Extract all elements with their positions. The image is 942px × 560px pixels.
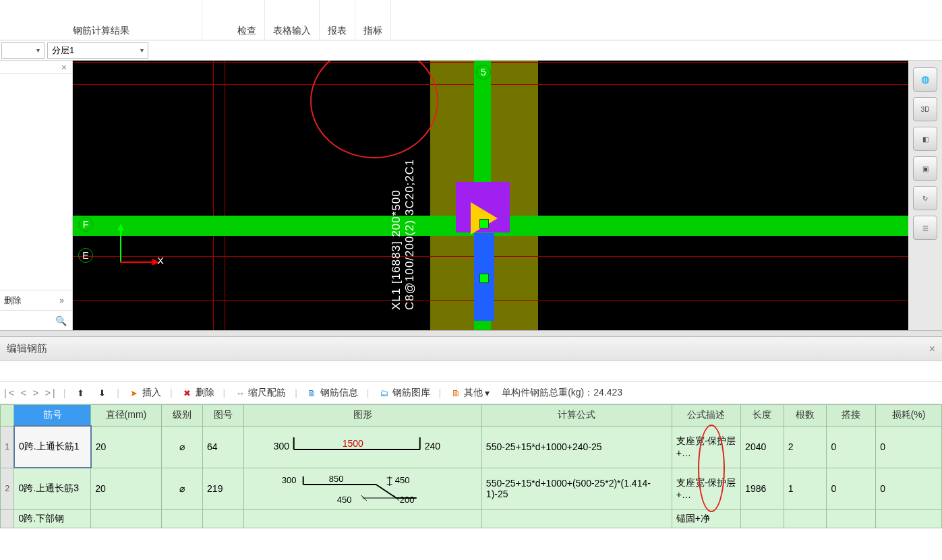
cell-formula[interactable]: 550-25+15*d+1000+(500-25*2)*(1.414-1)-25 [481,468,672,509]
annotation-highlight-circle [310,61,438,158]
cell-len[interactable]: 1986 [741,468,784,509]
direction-marker-icon [471,202,498,235]
col-dia[interactable]: 直径(mm) [91,405,162,427]
view-3d-button[interactable]: 3D [913,97,937,121]
cell-name[interactable]: 0跨.上通长筋1 [14,426,91,468]
view-toolbar: 🌐 3D ◧ ▣ ↻ ☰ [908,61,942,330]
library-button[interactable]: 🗂钢筋图库 [376,385,433,400]
cell-grade[interactable]: ⌀ [161,468,202,509]
cell-len[interactable]: 2040 [741,426,784,468]
col-count[interactable]: 根数 [784,405,827,427]
dropdown-floor[interactable]: ▾ [1,42,45,59]
col-len[interactable]: 长度 [741,405,784,427]
axis-x-label: X [157,255,164,266]
col-lap[interactable]: 搭接 [827,405,876,427]
cell-grade[interactable]: ⌀ [161,426,202,468]
cell-desc[interactable]: 锚固+净 [672,509,740,528]
viewport-3d[interactable]: 5 F E XL1 [16883] 200*500 C8@100/200(2) … [73,61,908,330]
chevron-down-icon: ▾ [485,387,490,398]
svg-text:300: 300 [282,475,297,485]
table-row[interactable]: 0跨.下部钢 锚固+净 [1,509,942,528]
col-shape[interactable]: 图形 [244,405,481,427]
panel-close-button[interactable]: × [929,343,935,355]
cell-name[interactable]: 0跨.上通长筋3 [14,468,91,509]
ribbon: 钢筋计算结果 检查 表格输入 报表 指标 [0,0,942,40]
svg-text:240: 240 [425,441,441,452]
cell-count[interactable]: 1 [784,468,827,509]
panel-title: 编辑钢筋 [7,342,47,355]
cell-fig[interactable]: 219 [203,468,244,509]
ribbon-group-result[interactable]: 钢筋计算结果 [0,0,202,40]
shape-diagram: 300 850 450 450 200 [248,471,477,505]
dropdown-layer-value: 分层1 [52,44,74,57]
insert-button[interactable]: ➤插入 [125,385,164,400]
ribbon-label: 报表 [328,25,347,37]
col-formula[interactable]: 计算公式 [481,405,672,427]
col-desc[interactable]: 公式描述 [672,405,740,427]
ribbon-group-check[interactable]: 检查 [229,0,265,40]
table-row[interactable]: 1 0跨.上通长筋1 20 ⌀ 64 300 1500 240 550-25+1… [1,426,942,468]
cell-dia[interactable]: 20 [91,426,162,468]
horizontal-splitter[interactable] [0,330,942,337]
svg-text:300: 300 [274,441,290,452]
cell-shape[interactable]: 300 850 450 450 200 [244,468,481,509]
view-cube-button[interactable]: ▣ [913,156,937,181]
upload-button[interactable]: ⬆ [71,385,89,400]
cell-lap[interactable]: 0 [827,426,876,468]
ribbon-group-table-input[interactable]: 表格输入 [265,0,320,40]
dropdown-layer[interactable]: 分层1 ▾ [47,42,148,59]
col-grade[interactable]: 级别 [161,405,202,427]
cell-desc[interactable]: 支座宽-保护层+… [672,468,740,509]
col-loss[interactable]: 损耗(%) [876,405,942,427]
grid-bubble-e: E [78,248,93,263]
ribbon-group-report[interactable]: 报表 [320,0,355,40]
left-delete-button[interactable]: 删除 » [0,290,72,310]
svg-text:200: 200 [400,495,415,505]
cell-name[interactable]: 0跨.下部钢 [14,509,91,528]
delete-label: 删除 [4,294,22,307]
left-panel: × 删除 » 🔍 [0,61,73,330]
ribbon-label: 检查 [237,25,256,37]
grid-line [213,61,214,330]
cell-shape[interactable]: 300 1500 240 [244,426,481,468]
nav-buttons[interactable]: |< < > >| [4,387,57,398]
download-button[interactable]: ⬇ [93,385,111,400]
cell-formula[interactable]: 550-25+15*d+1000+240-25 [481,426,672,468]
shape-diagram: 300 1500 240 [248,429,477,463]
chevron-right-icon: » [59,296,64,305]
cell-count[interactable]: 2 [784,426,827,468]
panel-title-bar: 编辑钢筋 × [0,337,942,361]
cell-loss[interactable]: 0 [876,468,942,509]
panel-close-button[interactable]: × [0,61,72,74]
grip-handle[interactable] [479,219,489,228]
delete-button[interactable]: ✖删除 [179,385,217,400]
arrow-down-icon: ⬇ [96,387,108,399]
arrow-up-icon: ⬆ [74,387,86,399]
cell-lap[interactable]: 0 [827,468,876,509]
cell-desc[interactable]: 支座宽-保护层+… [672,426,740,468]
svg-text:1500: 1500 [343,438,363,449]
view-settings-button[interactable]: ☰ [913,216,937,240]
col-name[interactable]: 筋号 [14,405,91,427]
scale-button[interactable]: ↔缩尺配筋 [231,385,289,400]
cell-dia[interactable]: 20 [91,468,162,509]
view-rotate-button[interactable]: ↻ [913,186,937,210]
info-button[interactable]: 🗎钢筋信息 [303,385,361,400]
grip-handle[interactable] [479,274,489,283]
chevron-down-icon: ▾ [36,46,40,54]
view-iso-button[interactable]: ◧ [913,127,937,151]
view-globe-button[interactable]: 🌐 [913,67,937,92]
dropdown-bar: ▾ 分层1 ▾ [0,40,942,61]
delete-icon: ✖ [181,387,194,399]
grid-bubble-5: 5 [476,65,491,80]
table-row[interactable]: 2 0跨.上通长筋3 20 ⌀ 219 300 850 450 [1,468,942,509]
ribbon-group-index[interactable]: 指标 [355,0,391,40]
col-fig[interactable]: 图号 [203,405,244,427]
cell-fig[interactable]: 64 [203,426,244,468]
left-search-button[interactable]: 🔍 [0,310,72,330]
rebar-edit-panel: 编辑钢筋 × |< < > >| | ⬆ ⬇ | ➤插入 | ✖删除 | ↔缩尺… [0,337,942,528]
other-button[interactable]: 🗎其他 ▾ [447,385,492,400]
ribbon-label: 钢筋计算结果 [73,25,129,37]
beam-annotation: XL1 [16883] 200*500 C8@100/200(2) 3C20;2… [390,159,417,311]
cell-loss[interactable]: 0 [876,426,942,468]
